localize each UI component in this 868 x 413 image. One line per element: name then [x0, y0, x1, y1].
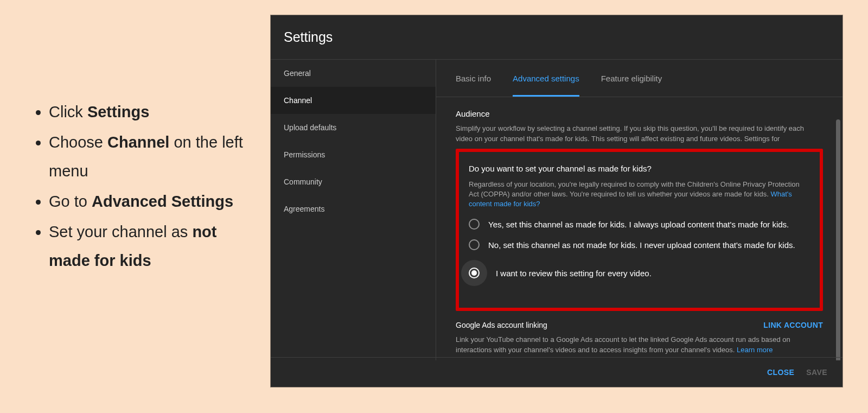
- radio-label: Yes, set this channel as made for kids. …: [488, 220, 789, 229]
- sidebar-item-agreements[interactable]: Agreements: [271, 195, 436, 223]
- sidebar-item-general[interactable]: General: [271, 60, 436, 87]
- ads-linking-title: Google Ads account linking: [456, 321, 547, 329]
- audience-legal: Regardless of your location, you're lega…: [469, 180, 810, 209]
- radio-label: I want to review this setting for every …: [496, 269, 652, 278]
- dialog-header: Settings: [271, 15, 843, 59]
- radio-label: No, set this channel as not made for kid…: [488, 240, 795, 250]
- sidebar-item-permissions[interactable]: Permissions: [271, 141, 436, 168]
- ads-learn-more-link[interactable]: Learn more: [737, 346, 773, 354]
- radio-icon: [469, 268, 480, 278]
- radio-ripple: [461, 260, 487, 286]
- settings-dialog: Settings General Channel Upload defaults…: [271, 15, 843, 387]
- radio-icon: [469, 239, 480, 250]
- ads-linking-desc: Link your YouTube channel to a Google Ad…: [456, 335, 803, 355]
- instruction-item: Choose Channel on the left menu: [49, 128, 256, 186]
- audience-heading: Audience: [456, 109, 823, 118]
- radio-option-no[interactable]: No, set this channel as not made for kid…: [469, 239, 810, 250]
- audience-highlight-box: Do you want to set your channel as made …: [456, 149, 823, 312]
- radio-option-yes[interactable]: Yes, set this channel as made for kids. …: [469, 219, 810, 230]
- sidebar-item-community[interactable]: Community: [271, 168, 436, 195]
- sidebar-item-upload-defaults[interactable]: Upload defaults: [271, 114, 436, 141]
- instruction-item: Click Settings: [49, 98, 256, 127]
- tab-basic-info[interactable]: Basic info: [456, 61, 491, 96]
- instruction-item: Go to Advanced Settings: [49, 187, 256, 217]
- tab-feature-eligibility[interactable]: Feature eligibility: [601, 61, 662, 96]
- radio-icon: [469, 219, 480, 230]
- audience-desc: Simplify your workflow by selecting a ch…: [456, 124, 814, 144]
- instruction-item: Set your channel as not made for kids: [49, 218, 256, 276]
- settings-sidebar: General Channel Upload defaults Permissi…: [271, 60, 436, 360]
- save-button[interactable]: SAVE: [806, 368, 827, 377]
- link-account-button[interactable]: LINK ACCOUNT: [763, 321, 823, 329]
- settings-tabs: Basic info Advanced settings Feature eli…: [436, 60, 843, 97]
- instructions-panel: Click Settings Choose Channel on the lef…: [28, 98, 256, 277]
- audience-question: Do you want to set your channel as made …: [469, 164, 810, 173]
- settings-main: Basic info Advanced settings Feature eli…: [436, 60, 843, 360]
- dialog-title: Settings: [284, 29, 829, 45]
- dialog-footer: CLOSE SAVE: [271, 357, 843, 387]
- tab-advanced-settings[interactable]: Advanced settings: [513, 61, 579, 96]
- close-button[interactable]: CLOSE: [767, 368, 794, 377]
- radio-option-review[interactable]: I want to review this setting for every …: [469, 260, 810, 286]
- sidebar-item-channel[interactable]: Channel: [271, 87, 436, 114]
